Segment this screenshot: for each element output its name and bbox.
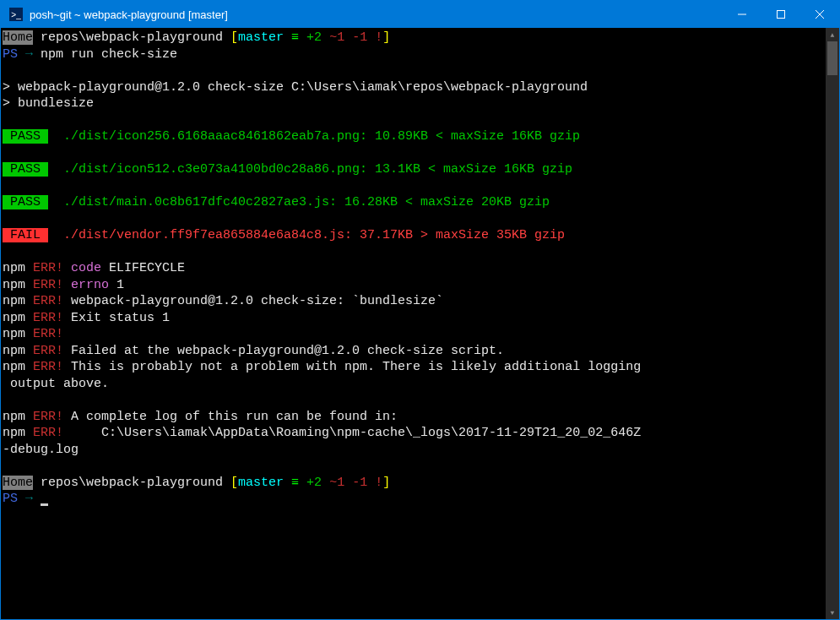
npm-header-2: > bundlesize — [3, 95, 826, 112]
scrollbar-thumb[interactable] — [827, 41, 837, 75]
npm-label: npm — [3, 327, 25, 341]
branch-open: [ — [230, 30, 238, 45]
err-label: ERR! — [25, 344, 63, 358]
window-controls — [723, 1, 839, 28]
titlebar[interactable]: >_ posh~git ~ webpack-playground [master… — [1, 1, 839, 28]
terminal-container: Home repos\webpack-playground [master ≡ … — [1, 28, 839, 619]
prompt-arrow: → — [18, 47, 41, 62]
fail-badge: FAIL — [3, 228, 48, 242]
branch-name: master — [238, 476, 284, 490]
npm-label: npm — [3, 278, 25, 292]
prompt-path: repos\webpack-playground — [33, 476, 230, 490]
git-equiv: ≡ — [284, 30, 306, 45]
window-title: posh~git ~ webpack-playground [master] — [30, 8, 723, 21]
npm-label: npm — [3, 344, 25, 358]
prompt-path: repos\webpack-playground — [33, 30, 230, 45]
err-text: webpack-playground@1.2.0 check-size: `bu… — [63, 294, 443, 308]
git-minus: -1 — [344, 476, 367, 490]
terminal-window: >_ posh~git ~ webpack-playground [master… — [0, 0, 840, 620]
err-text: This is probably not a problem with npm.… — [63, 360, 641, 374]
home-badge: Home — [3, 476, 33, 490]
branch-name: master — [238, 30, 284, 45]
home-badge: Home — [3, 30, 33, 45]
git-plus: +2 — [306, 476, 322, 490]
scroll-up-icon[interactable]: ▲ — [826, 28, 839, 41]
err-errno-label: errno — [63, 278, 109, 292]
branch-close: ] — [382, 30, 390, 45]
ps-prompt: PS — [3, 492, 18, 506]
err-text: Exit status 1 — [63, 311, 170, 325]
scrollbar[interactable]: ▲ ▼ — [826, 28, 839, 619]
pass-badge: PASS — [3, 195, 48, 209]
err-text: C:\Users\iamak\AppData\Roaming\npm-cache… — [63, 426, 641, 440]
git-minus: -1 — [344, 30, 367, 45]
ps-prompt: PS — [3, 47, 18, 62]
npm-label: npm — [3, 426, 25, 440]
pass-badge: PASS — [3, 129, 48, 144]
git-tilde: ~1 — [322, 476, 344, 490]
npm-label: npm — [3, 294, 25, 308]
err-text: -debug.log — [3, 443, 79, 457]
npm-label: npm — [3, 261, 25, 275]
close-button[interactable] — [800, 1, 839, 28]
command-input: npm run check-size — [41, 47, 177, 62]
err-label: ERR! — [25, 426, 63, 440]
result-text: ./dist/vendor.ff9f7ea865884e6a84c8.js: 3… — [48, 228, 565, 242]
git-plus: +2 — [306, 30, 322, 45]
err-text: A complete log of this run can be found … — [63, 410, 398, 424]
err-label: ERR! — [25, 261, 63, 275]
err-label: ERR! — [25, 410, 63, 424]
svg-rect-1 — [778, 11, 785, 19]
err-errno-val: 1 — [109, 278, 124, 292]
npm-label: npm — [3, 360, 25, 374]
scroll-down-icon[interactable]: ▼ — [826, 606, 839, 619]
git-equiv: ≡ — [284, 476, 306, 490]
err-text: Failed at the webpack-playground@1.2.0 c… — [63, 344, 504, 358]
git-bang: ! — [367, 30, 382, 45]
prompt-arrow: → — [18, 492, 41, 506]
pass-badge: PASS — [3, 162, 48, 177]
err-label: ERR! — [25, 278, 63, 292]
result-text: ./dist/icon512.c3e073a4100bd0c28a86.png:… — [48, 162, 572, 177]
result-text: ./dist/main.0c8b617dfc40c2827ae3.js: 16.… — [48, 195, 550, 209]
branch-open: [ — [230, 476, 238, 490]
maximize-button[interactable] — [761, 1, 800, 28]
minimize-button[interactable] — [723, 1, 761, 28]
npm-label: npm — [3, 311, 25, 325]
branch-close: ] — [382, 476, 390, 490]
err-code-val: ELIFECYCLE — [101, 261, 185, 275]
npm-label: npm — [3, 410, 25, 424]
git-tilde: ~1 — [322, 30, 344, 45]
err-code-label: code — [63, 261, 101, 275]
err-label: ERR! — [25, 360, 63, 374]
terminal-output[interactable]: Home repos\webpack-playground [master ≡ … — [1, 28, 826, 619]
npm-header-1: > webpack-playground@1.2.0 check-size C:… — [3, 79, 826, 96]
err-label: ERR! — [25, 327, 63, 341]
cursor — [41, 503, 48, 506]
err-label: ERR! — [25, 311, 63, 325]
powershell-icon: >_ — [9, 8, 23, 21]
result-text: ./dist/icon256.6168aaac8461862eab7a.png:… — [48, 129, 580, 144]
err-text: output above. — [3, 377, 109, 391]
git-bang: ! — [367, 476, 382, 490]
err-label: ERR! — [25, 294, 63, 308]
